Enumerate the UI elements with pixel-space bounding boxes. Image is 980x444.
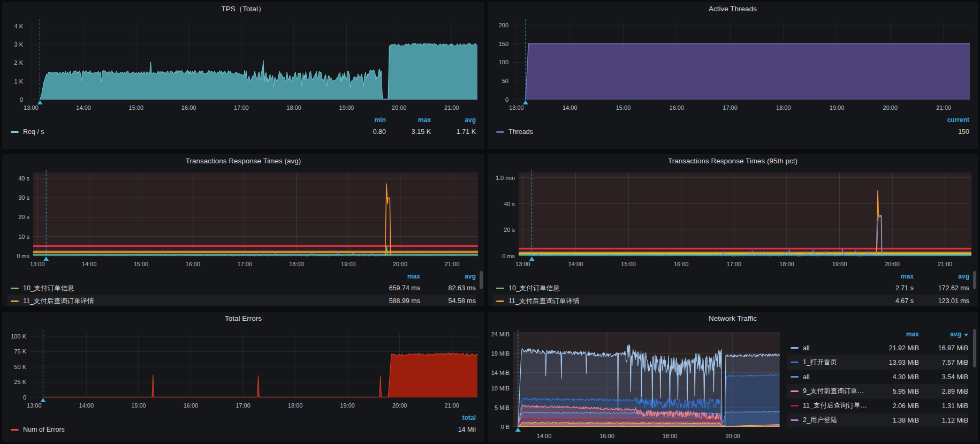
svg-text:19:00: 19:00 [830, 104, 845, 111]
legend-sort-max[interactable]: max [386, 116, 431, 124]
legend-value: 1.38 MiB [870, 417, 919, 424]
legend-row: 11_支付后查询订单详情2.06 MiB1.31 MiB [787, 398, 968, 413]
series-label[interactable]: all [787, 373, 870, 381]
legend-header-row: maxavg [7, 271, 476, 282]
legend-value: 2.89 MiB [919, 388, 968, 395]
series-color-dash [791, 405, 799, 407]
series-color-dash [11, 429, 19, 431]
tps-chart[interactable]: 13:0014:0015:0016:0017:0018:0019:0020:00… [2, 16, 484, 114]
panel-rt-avg: Transactions Response Times (avg) 13:001… [2, 154, 484, 306]
legend-value: 150 [924, 128, 969, 136]
network-traffic-chart[interactable]: 14:0016:0018:0020:000 B5 MiB10 MiB14 MiB… [488, 326, 783, 442]
panel-title[interactable]: Total Errors [2, 312, 484, 326]
legend-sort-max[interactable]: max [858, 273, 914, 280]
svg-text:13:00: 13:00 [509, 104, 524, 111]
series-label[interactable]: Num of Errors [7, 426, 431, 433]
series-label[interactable]: Threads [493, 128, 924, 136]
svg-text:15:00: 15:00 [616, 104, 631, 111]
svg-text:10 s: 10 s [18, 234, 29, 240]
svg-text:3 K: 3 K [14, 41, 23, 48]
legend-scrollbar[interactable] [973, 271, 976, 289]
series-label[interactable]: 11_支付后查询订单详情 [493, 297, 858, 306]
svg-text:40 s: 40 s [18, 175, 29, 182]
series-label[interactable]: Req / s [7, 128, 341, 136]
panel-title[interactable]: TPS（Total） [2, 2, 484, 16]
network-chart-area: 14:0016:0018:0020:000 B5 MiB10 MiB14 MiB… [488, 326, 783, 442]
svg-text:15:00: 15:00 [131, 402, 146, 409]
svg-text:20 s: 20 s [504, 227, 515, 233]
legend-sort-total[interactable]: total [431, 414, 476, 422]
svg-text:5 MiB: 5 MiB [495, 404, 510, 411]
legend-sort-avg[interactable]: avg [420, 273, 476, 280]
series-label[interactable]: 10_支付订单信息 [7, 284, 364, 293]
rt-avg-chart-area: 13:0014:0015:0016:0017:0018:0019:0020:00… [2, 168, 484, 270]
legend-row: 11_支付后查询订单详情588.99 ms54.58 ms [7, 295, 476, 306]
legend-row: Req / s0.803.15 K1.71 K [7, 125, 476, 138]
svg-text:75 K: 75 K [14, 348, 26, 355]
series-color-dash [11, 300, 19, 302]
legend-sort-max[interactable]: max [870, 330, 919, 338]
legend-row: 10_支付订单信息659.74 ms82.63 ms [7, 282, 476, 295]
errors-chart-area: 13:0014:0015:0016:0017:0018:0019:0020:00… [2, 326, 484, 411]
legend-value: 13.93 MiB [870, 359, 919, 366]
svg-text:20:00: 20:00 [392, 402, 407, 409]
series-label[interactable]: 1_打开首页 [787, 358, 870, 367]
series-label[interactable]: 2_用户登陆 [787, 416, 870, 425]
sort-desc-icon [964, 334, 968, 336]
rt-95pct-chart-area: 13:0014:0015:0016:0017:0018:0019:0020:00… [488, 168, 978, 270]
tps-legend: minmaxavgReq / s0.803.15 K1.71 K [2, 114, 484, 149]
svg-text:15:00: 15:00 [621, 261, 636, 267]
series-label[interactable]: 11_支付后查询订单详情 [787, 401, 870, 410]
svg-text:21:00: 21:00 [444, 104, 459, 111]
series-color-dash [791, 362, 799, 363]
panel-title[interactable]: Transactions Response Times (avg) [2, 154, 484, 168]
svg-text:200: 200 [499, 22, 508, 28]
legend-value: 82.63 ms [420, 284, 476, 292]
rt-95pct-chart[interactable]: 13:0014:0015:0016:0017:0018:0019:0020:00… [488, 168, 978, 270]
series-label[interactable]: all [787, 344, 870, 352]
total-errors-chart[interactable]: 13:0014:0015:0016:0017:0018:0019:0020:00… [2, 326, 484, 411]
svg-text:4 K: 4 K [14, 23, 23, 29]
panel-title[interactable]: Active Threads [488, 2, 978, 16]
legend-value: 2.71 s [858, 284, 914, 292]
active-threads-chart[interactable]: 13:0014:0015:0016:0017:0018:0019:0020:00… [488, 16, 978, 114]
series-color-dash [791, 347, 799, 349]
legend-scrollbar[interactable] [973, 329, 976, 367]
legend-sort-current[interactable]: current [924, 116, 969, 124]
panel-title[interactable]: Transactions Response Times (95th pct) [488, 154, 978, 168]
rt-avg-chart[interactable]: 13:0014:0015:0016:0017:0018:0019:0020:00… [2, 168, 484, 270]
legend-sort-avg[interactable]: avg [431, 116, 476, 124]
svg-text:100: 100 [499, 59, 508, 65]
legend-sort-min[interactable]: min [341, 116, 386, 124]
svg-text:0 B: 0 B [500, 424, 510, 430]
svg-text:100 K: 100 K [11, 333, 26, 340]
legend-scrollbar[interactable] [480, 271, 483, 289]
svg-text:18:00: 18:00 [289, 261, 304, 267]
grafana-dashboard: TPS（Total） 13:0014:0015:0016:0017:0018:0… [0, 0, 980, 444]
legend-value: 4.30 MiB [870, 373, 919, 381]
series-label[interactable]: 10_支付订单信息 [493, 284, 858, 293]
svg-text:18:00: 18:00 [776, 104, 791, 111]
legend-sort-max[interactable]: max [364, 273, 420, 280]
svg-text:0 ms: 0 ms [502, 253, 515, 259]
legend-row: 11_支付后查询订单详情4.67 s123.01 ms [493, 295, 969, 306]
svg-text:19:00: 19:00 [832, 261, 847, 267]
legend-sort-avg[interactable]: avg [914, 273, 969, 280]
legend-sort-avg[interactable]: avg [919, 330, 968, 338]
svg-text:2 K: 2 K [14, 59, 23, 66]
legend-header-row: total [7, 412, 476, 423]
svg-text:16:00: 16:00 [186, 261, 201, 267]
panel-rt-95pct: Transactions Response Times (95th pct) 1… [488, 154, 978, 306]
series-color-dash [791, 390, 799, 392]
panel-tps: TPS（Total） 13:0014:0015:0016:0017:0018:0… [2, 2, 484, 149]
legend-value: 14 Mil [431, 426, 476, 433]
svg-text:20:00: 20:00 [883, 104, 898, 111]
legend-row: all21.92 MiB16.97 MiB [787, 341, 968, 355]
svg-text:50: 50 [502, 78, 508, 84]
svg-text:20:00: 20:00 [393, 261, 408, 267]
rt-95pct-legend: maxavg10_支付订单信息2.71 s172.62 ms11_支付后查询订单… [488, 270, 978, 306]
panel-title[interactable]: Network Traffic [488, 312, 978, 326]
series-label[interactable]: 11_支付后查询订单详情 [7, 297, 364, 306]
series-label[interactable]: 9_支付前查询订单列表 [787, 387, 870, 396]
svg-text:17:00: 17:00 [235, 402, 250, 409]
